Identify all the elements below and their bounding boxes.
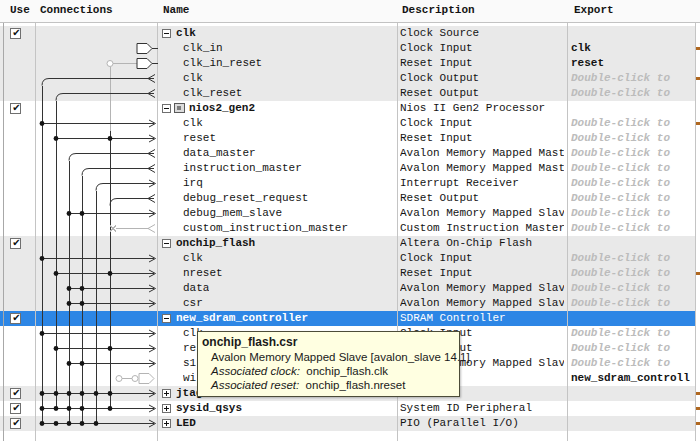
tooltip-associated-clock: Associated clock: onchip_flash.clk [202, 365, 454, 377]
table-row[interactable]: custom_instruction_masterCustom Instruct… [0, 221, 695, 236]
expand-toggle-icon[interactable] [162, 389, 171, 398]
table-row[interactable]: debug_reset_requestReset OutputDouble-cl… [0, 191, 695, 206]
table-row[interactable]: ✔LEDPIO (Parallel I/O) [0, 416, 695, 431]
description-cell: SDRAM Controller [400, 311, 564, 326]
description-cell: Interrupt Receiver [400, 176, 564, 191]
table-row[interactable]: instruction_masterAvalon Memory Mapped M… [0, 161, 695, 176]
export-cell[interactable]: Double-click to [571, 221, 691, 236]
table-row[interactable]: clk_resetReset OutputDouble-click to [0, 86, 695, 101]
description-cell: Reset Input [400, 56, 564, 71]
export-cell[interactable]: Double-click to [571, 71, 691, 86]
export-cell[interactable]: Double-click to [571, 206, 691, 221]
export-cell[interactable]: Double-click to [571, 161, 691, 176]
use-checkbox[interactable]: ✔ [10, 238, 21, 249]
export-cell[interactable]: Double-click to [571, 191, 691, 206]
table-row[interactable]: ✔new_sdram_controllerSDRAM Controller [0, 311, 695, 326]
export-cell[interactable]: Double-click to [571, 176, 691, 191]
clipped-next-column-text [696, 407, 700, 410]
table-row[interactable]: resetReset InputDouble-click to [0, 131, 695, 146]
collapse-toggle-icon[interactable] [162, 104, 171, 113]
component-name: new_sdram_controller [176, 311, 308, 326]
description-cell: Avalon Memory Mapped Slave [400, 281, 564, 296]
check-icon: ✔ [11, 417, 22, 428]
port-name: csr [183, 296, 203, 311]
export-cell[interactable]: Double-click to [571, 116, 691, 131]
export-cell[interactable]: Double-click to [571, 356, 691, 371]
description-cell: Clock Input [400, 116, 564, 131]
export-cell[interactable]: Double-click to [571, 251, 691, 266]
collapse-toggle-icon[interactable] [162, 314, 171, 323]
table-row[interactable]: irqInterrupt ReceiverDouble-click to [0, 176, 695, 191]
column-header-export: Export [574, 0, 614, 21]
export-cell[interactable]: Double-click to [571, 281, 691, 296]
port-name: instruction_master [183, 161, 302, 176]
use-checkbox[interactable]: ✔ [10, 403, 21, 414]
use-checkbox[interactable]: ✔ [10, 418, 21, 429]
check-icon: ✔ [11, 27, 22, 38]
export-cell[interactable]: Double-click to [571, 86, 691, 101]
table-row[interactable]: clk_inClock Inputclk [0, 41, 695, 56]
port-name: clk [183, 71, 203, 86]
description-cell: Reset Output [400, 86, 564, 101]
tooltip-title: onchip_flash.csr [202, 335, 454, 349]
port-name: reset [183, 131, 216, 146]
export-cell[interactable]: Double-click to [571, 326, 691, 341]
check-icon: ✔ [11, 102, 22, 113]
tooltip-associated-reset: Associated reset: onchip_flash.nreset [202, 379, 454, 391]
port-name: data_master [183, 146, 256, 161]
table-row[interactable]: ✔onchip_flashAltera On-Chip Flash [0, 236, 695, 251]
table-row[interactable]: nresetReset InputDouble-click to [0, 266, 695, 281]
description-cell: Avalon Memory Mapped Master [400, 146, 564, 161]
export-cell[interactable]: reset [571, 56, 691, 71]
column-divider [157, 0, 158, 441]
table-row[interactable]: ✔nios2_gen2Nios II Gen2 Processor [0, 101, 695, 116]
use-checkbox[interactable]: ✔ [10, 388, 21, 399]
description-cell: Reset Input [400, 131, 564, 146]
use-checkbox[interactable]: ✔ [10, 103, 21, 114]
expand-toggle-icon[interactable] [162, 419, 171, 428]
export-cell[interactable]: new_sdram_controll... [571, 371, 691, 386]
port-name: clk_in [183, 41, 223, 56]
export-cell[interactable]: Double-click to [571, 341, 691, 356]
table-row[interactable]: clkClock InputDouble-click to [0, 251, 695, 266]
collapse-toggle-icon[interactable] [162, 29, 171, 38]
description-cell: System ID Peripheral [400, 401, 564, 416]
table-row[interactable]: clkClock InputDouble-click to [0, 116, 695, 131]
export-cell[interactable]: Double-click to [571, 146, 691, 161]
export-cell[interactable]: Double-click to [571, 131, 691, 146]
port-name: clk [183, 251, 203, 266]
port-name: debug_reset_request [183, 191, 308, 206]
column-divider [695, 0, 696, 441]
column-header-use: Use [10, 0, 30, 21]
table-row[interactable]: dataAvalon Memory Mapped SlaveDouble-cli… [0, 281, 695, 296]
collapse-toggle-icon[interactable] [162, 239, 171, 248]
description-cell: Clock Source [400, 26, 564, 41]
table-row[interactable]: ✔clkClock Source [0, 26, 695, 41]
export-cell[interactable]: Double-click to [571, 296, 691, 311]
description-cell: Custom Instruction Master [400, 221, 564, 236]
tooltip-type-line: Avalon Memory Mapped Slave [avalon_slave… [202, 351, 454, 363]
use-checkbox[interactable]: ✔ [10, 28, 21, 39]
table-row[interactable]: csrAvalon Memory Mapped SlaveDouble-clic… [0, 296, 695, 311]
port-name: s1 [183, 356, 196, 371]
window-left-border [3, 0, 4, 441]
clipped-next-column-text [696, 77, 700, 80]
table-row[interactable]: clk_in_resetReset Inputreset [0, 56, 695, 71]
table-row[interactable]: ✔sysid_qsysSystem ID Peripheral [0, 401, 695, 416]
component-name: onchip_flash [176, 236, 255, 251]
qsys-system-contents-table: Use Connections Name Description Export … [0, 0, 700, 441]
column-divider [567, 0, 568, 441]
table-row[interactable]: debug_mem_slaveAvalon Memory Mapped Slav… [0, 206, 695, 221]
column-divider [35, 0, 36, 441]
tooltip-reset-value: onchip_flash.nreset [306, 379, 406, 391]
table-header: Use Connections Name Description Export [0, 0, 700, 23]
column-header-description: Description [402, 0, 475, 21]
description-cell: PIO (Parallel I/O) [400, 416, 564, 431]
expand-toggle-icon[interactable] [162, 404, 171, 413]
export-cell[interactable]: Double-click to [571, 266, 691, 281]
use-checkbox[interactable]: ✔ [10, 313, 21, 324]
tooltip-clock-label: Associated clock: [211, 365, 300, 377]
export-cell[interactable]: clk [571, 41, 691, 56]
table-row[interactable]: clkClock OutputDouble-click to [0, 71, 695, 86]
table-row[interactable]: data_masterAvalon Memory Mapped MasterDo… [0, 146, 695, 161]
